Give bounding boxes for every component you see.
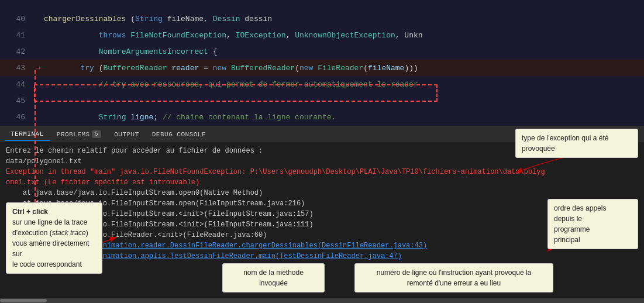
annotation-line-number: numéro de ligne où l'instruction ayant p…: [354, 263, 553, 292]
annotation-method-name-body: nom de la méthode invoquée: [243, 268, 304, 287]
terminal-line-4: one1.txt (Le fichier spécifié est introu…: [6, 177, 638, 188]
annotation-method-name: nom de la méthode invoquée: [222, 263, 325, 292]
code-line-46: 46 String ligne; // chaîne contenant la …: [0, 109, 644, 125]
top-jagged-edge: [0, 0, 644, 11]
annotation-order-calls-body: ordre des appelsdepuis leprogrammeprinci…: [554, 204, 606, 244]
code-line-45: 45: [0, 92, 644, 109]
line-num-45: 45: [0, 97, 32, 105]
line-num-40: 40: [0, 15, 32, 23]
code-line-43: 43 → try (BufferedReader reader = new Bu…: [0, 60, 644, 76]
annotation-ctrl-click: Ctrl + click sur une ligne de la traced'…: [6, 202, 102, 274]
code-line-42: 42 NombreArgumentsIncorrect {: [0, 43, 644, 60]
terminal-line-5: at java.base/java.io.FileInputStream.ope…: [6, 188, 638, 198]
problems-badge: 5: [92, 130, 102, 138]
annotation-exception-type-body: type de l'exception qui a étéprovoquée: [522, 134, 608, 153]
annotation-order-calls: ordre des appelsdepuis leprogrammeprinci…: [547, 199, 638, 249]
tab-problems[interactable]: PROBLEMS 5: [51, 128, 107, 140]
line-num-44: 44: [0, 80, 32, 89]
line-num-46: 46: [0, 113, 32, 122]
terminal-scrollbar-thumb[interactable]: [0, 299, 47, 302]
line-num-41: 41: [0, 31, 32, 40]
annotation-ctrl-click-title: Ctrl + click: [12, 208, 48, 216]
code-line-40: 40 chargerDessinables (String fileName, …: [0, 11, 644, 27]
tab-debug-console[interactable]: DEBUG CONSOLE: [146, 129, 212, 140]
terminal-scrollbar[interactable]: [0, 298, 644, 303]
code-line-41: 41 throws FileNotFoundException, IOExcep…: [0, 27, 644, 43]
annotation-line-number-body: numéro de ligne où l'instruction ayant p…: [377, 268, 531, 287]
tab-output[interactable]: OUTPUT: [108, 129, 145, 140]
code-editor: 40 chargerDessinables (String fileName, …: [0, 0, 644, 126]
annotation-ctrl-click-body: sur une ligne de la traced'exécution (st…: [12, 218, 89, 268]
annotation-exception-type: type de l'exception qui a étéprovoquée: [515, 129, 638, 158]
line-num-42: 42: [0, 47, 32, 56]
code-line-44: 44 // try avec ressources, qui permet de…: [0, 76, 644, 92]
terminal-line-3: Exception in thread "main" java.io.FileN…: [6, 167, 638, 177]
line-num-43: 43: [0, 64, 32, 73]
tab-terminal[interactable]: TERMINAL: [5, 128, 50, 141]
line-43-arrow: →: [32, 63, 44, 73]
